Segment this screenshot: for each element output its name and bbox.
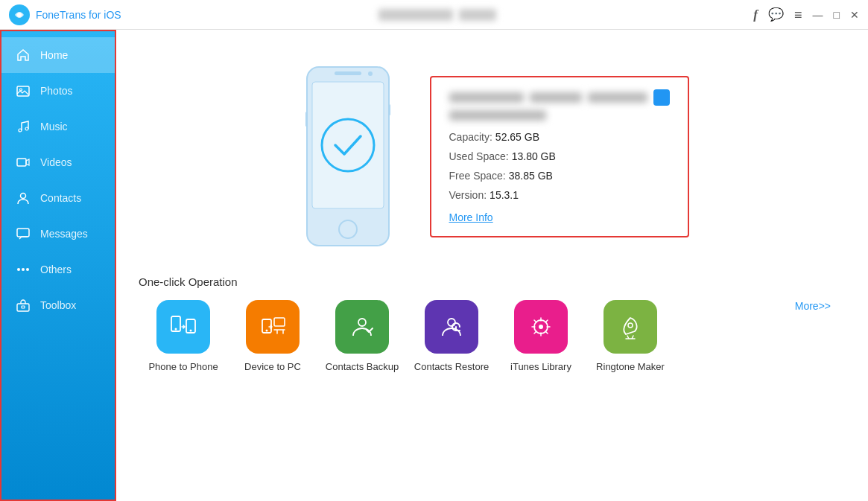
svg-point-5: [25, 127, 28, 130]
facebook-icon[interactable]: f: [753, 8, 758, 21]
app-title: FoneTrans for iOS: [36, 9, 121, 21]
one-click-device-to-pc[interactable]: Device to PC: [228, 300, 317, 374]
music-label: Music: [40, 121, 68, 133]
sidebar-item-messages[interactable]: Messages: [1, 216, 115, 252]
device-name-blur2: [530, 92, 582, 103]
free-space-row: Free Space: 38.85 GB: [449, 170, 670, 182]
content-area: Capacity: 52.65 GB Used Space: 13.80 GB …: [116, 30, 868, 501]
device-name-blur3: [588, 92, 647, 103]
svg-point-7: [21, 194, 26, 199]
svg-point-1: [17, 13, 22, 17]
svg-rect-21: [388, 104, 390, 115]
sidebar-item-others[interactable]: Others: [1, 252, 115, 287]
contacts-restore-icon-wrap: [425, 300, 478, 354]
device-to-pc-label: Device to PC: [244, 361, 301, 374]
svg-point-29: [358, 319, 366, 326]
contacts-backup-icon-wrap: [335, 300, 389, 354]
svg-point-9: [22, 268, 25, 271]
more-button-container: More>>: [675, 300, 846, 312]
device-to-pc-icon-wrap: [246, 300, 300, 354]
used-space-row: Used Space: 13.80 GB: [449, 150, 670, 162]
svg-point-33: [628, 323, 633, 328]
used-space-label: Used Space:: [449, 150, 509, 162]
minimize-icon[interactable]: —: [813, 10, 823, 20]
svg-rect-12: [17, 304, 29, 311]
menu-icon[interactable]: ≡: [794, 8, 802, 22]
capacity-label: Capacity:: [449, 131, 492, 143]
svg-point-30: [448, 319, 455, 326]
videos-label: Videos: [40, 156, 72, 168]
contacts-restore-label: Contacts Restore: [414, 361, 489, 374]
version-label: Version:: [449, 189, 487, 201]
svg-rect-6: [17, 159, 26, 166]
photos-label: Photos: [40, 85, 73, 97]
one-click-grid: Phone to Phone Device to PC: [139, 300, 846, 374]
sidebar-item-contacts[interactable]: Contacts: [1, 180, 115, 216]
one-click-contacts-backup[interactable]: Contacts Backup: [317, 300, 407, 374]
svg-rect-8: [17, 229, 29, 237]
messages-label: Messages: [40, 228, 88, 240]
sidebar-item-music[interactable]: Music: [1, 109, 115, 144]
svg-point-11: [26, 268, 29, 271]
toolbox-icon: [15, 297, 31, 313]
photos-icon: [15, 83, 31, 99]
device-model-blur: [449, 110, 546, 121]
window-controls: f 💬 ≡ — □ ✕: [753, 8, 859, 22]
device-section: Capacity: 52.65 GB Used Space: 13.80 GB …: [139, 45, 846, 261]
free-space-label: Free Space:: [449, 170, 506, 182]
version-row: Version: 15.3.1: [449, 189, 670, 201]
contacts-label: Contacts: [40, 192, 81, 204]
svg-point-25: [190, 330, 192, 332]
maximize-icon[interactable]: □: [834, 10, 840, 20]
others-icon: [15, 261, 31, 278]
svg-rect-28: [274, 318, 285, 326]
videos-icon: [15, 154, 31, 170]
title-bar: FoneTrans for iOS f 💬 ≡ — □ ✕: [0, 0, 868, 30]
device-info-card: Capacity: 52.65 GB Used Space: 13.80 GB …: [430, 76, 689, 237]
music-icon: [15, 118, 31, 135]
contacts-icon: [15, 190, 31, 206]
home-label: Home: [40, 49, 68, 61]
svg-point-10: [17, 268, 20, 271]
device-status-blurred: [459, 9, 496, 21]
capacity-value: 52.65 GB: [495, 131, 539, 143]
one-click-itunes-library[interactable]: iTunes Library: [496, 300, 586, 374]
ringtone-label: Ringtone Maker: [596, 361, 665, 374]
ringtone-icon-wrap: [604, 300, 657, 354]
sidebar-item-home[interactable]: Home: [1, 37, 115, 73]
sidebar-item-videos[interactable]: Videos: [1, 144, 115, 180]
phone-to-phone-icon-wrap: [156, 300, 210, 354]
app-logo: FoneTrans for iOS: [9, 4, 121, 25]
close-icon[interactable]: ✕: [850, 10, 859, 20]
one-click-phone-to-phone[interactable]: Phone to Phone: [139, 300, 228, 374]
phone-illustration: [296, 60, 400, 253]
one-click-section: One-click Operation Phone to Phone: [139, 275, 846, 374]
others-label: Others: [40, 264, 72, 275]
svg-point-19: [339, 220, 357, 238]
svg-rect-13: [22, 306, 25, 308]
free-space-value: 38.85 GB: [509, 170, 553, 182]
one-click-ringtone[interactable]: Ringtone Maker: [586, 300, 675, 374]
device-icon-blur: [653, 89, 670, 106]
device-name-blurred: [378, 9, 453, 21]
capacity-row: Capacity: 52.65 GB: [449, 131, 670, 143]
main-layout: Home Photos Music: [0, 30, 868, 501]
app-logo-icon: [9, 4, 30, 25]
toolbox-label: Toolbox: [40, 299, 76, 311]
chat-icon[interactable]: 💬: [768, 8, 784, 21]
svg-rect-20: [305, 112, 308, 127]
svg-point-27: [266, 330, 268, 332]
more-info-link[interactable]: More Info: [449, 211, 493, 223]
contacts-backup-label: Contacts Backup: [326, 361, 399, 374]
more-button[interactable]: More>>: [795, 300, 831, 312]
home-icon: [15, 47, 31, 63]
phone-to-phone-label: Phone to Phone: [148, 361, 218, 374]
device-model-row: [449, 110, 670, 121]
svg-point-23: [175, 328, 177, 331]
one-click-title: One-click Operation: [139, 275, 846, 288]
used-space-value: 13.80 GB: [512, 150, 556, 162]
sidebar-item-photos[interactable]: Photos: [1, 73, 115, 109]
one-click-contacts-restore[interactable]: Contacts Restore: [407, 300, 496, 374]
sidebar-item-toolbox[interactable]: Toolbox: [1, 287, 115, 323]
device-name-row: [449, 89, 670, 106]
